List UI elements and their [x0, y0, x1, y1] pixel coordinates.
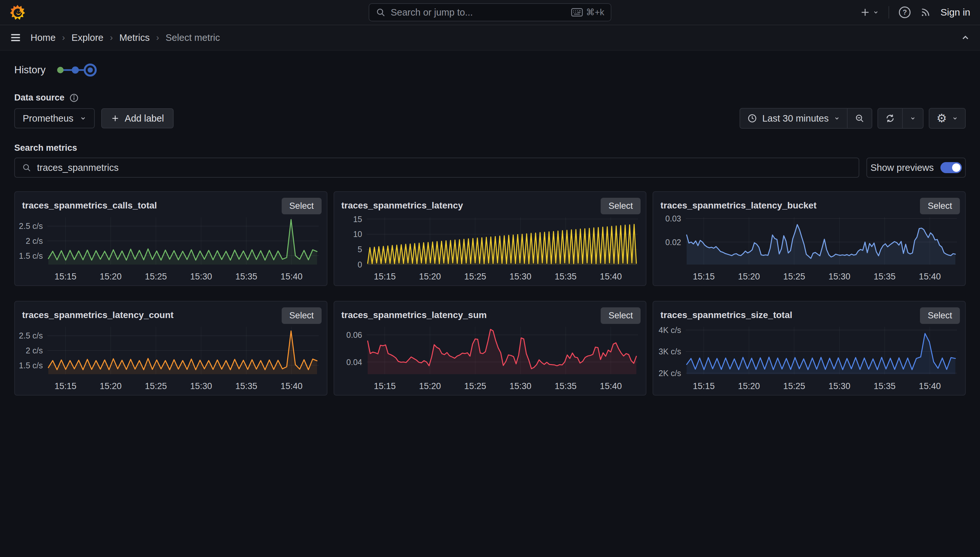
add-new-button[interactable]	[860, 7, 879, 18]
metric-panel-latency-count: traces_spanmetrics_latency_count Select …	[14, 301, 327, 396]
plus-icon	[860, 7, 870, 18]
svg-text:15:30: 15:30	[510, 381, 532, 391]
menu-hamburger-icon[interactable]	[10, 32, 21, 44]
svg-text:5: 5	[358, 245, 362, 254]
select-metric-button[interactable]: Select	[282, 198, 322, 214]
show-previews-control: Show previews	[866, 158, 966, 178]
toggle-knob	[952, 163, 960, 172]
svg-text:0.06: 0.06	[346, 331, 362, 339]
news-rss-icon[interactable]	[920, 7, 931, 18]
add-label-text: Add label	[125, 113, 164, 124]
history-step-mid	[72, 67, 79, 73]
show-previews-label: Show previews	[870, 163, 934, 173]
svg-text:2 c/s: 2 c/s	[26, 236, 43, 246]
add-label-button[interactable]: Add label	[101, 108, 174, 129]
breadcrumb-select-metric: Select metric	[165, 33, 220, 43]
svg-text:2.5 c/s: 2.5 c/s	[19, 331, 43, 340]
keyboard-icon	[571, 8, 583, 16]
svg-text:3K c/s: 3K c/s	[659, 347, 681, 356]
topbar-divider	[889, 6, 889, 18]
metric-panel-calls-total: traces_spanmetrics_calls_total Select 1.…	[14, 191, 327, 286]
svg-text:15:15: 15:15	[374, 272, 396, 282]
svg-text:15:30: 15:30	[828, 272, 851, 282]
svg-text:1.5 c/s: 1.5 c/s	[19, 251, 43, 261]
time-range-value: Last 30 minutes	[762, 113, 829, 124]
chevron-down-icon	[952, 116, 958, 121]
svg-text:15:15: 15:15	[374, 381, 396, 391]
grafana-logo[interactable]	[10, 5, 25, 20]
svg-text:15:25: 15:25	[145, 381, 167, 391]
data-source-picker[interactable]: Prometheus	[14, 108, 95, 129]
history-timeline[interactable]	[56, 62, 99, 78]
metric-preview-chart: 1.5 c/s2 c/s2.5 c/s15:1515:2015:2515:301…	[18, 324, 323, 394]
svg-text:15:20: 15:20	[419, 381, 441, 391]
plus-icon	[111, 114, 119, 122]
metric-panel-latency-sum: traces_spanmetrics_latency_sum Select 0.…	[333, 301, 647, 396]
svg-text:15:20: 15:20	[419, 272, 441, 282]
info-icon[interactable]	[69, 93, 79, 103]
svg-text:15:25: 15:25	[464, 381, 486, 391]
show-previews-toggle[interactable]	[941, 162, 962, 173]
breadcrumb-separator: ›	[62, 33, 65, 43]
help-icon[interactable]: ?	[899, 7, 911, 18]
chevron-down-icon	[873, 10, 879, 15]
global-search-input[interactable]: Search or jump to... ⌘+k	[369, 3, 611, 21]
svg-text:2 c/s: 2 c/s	[26, 346, 43, 355]
chevron-down-icon	[834, 116, 840, 121]
breadcrumb-metrics[interactable]: Metrics	[119, 33, 150, 43]
select-metric-button[interactable]: Select	[920, 307, 960, 324]
shortcut-label: ⌘+k	[586, 7, 604, 18]
svg-text:0.03: 0.03	[666, 215, 681, 223]
svg-text:15:30: 15:30	[190, 381, 212, 391]
metrics-search-input[interactable]: traces_spanmetrics	[14, 158, 859, 178]
zoom-out-button[interactable]	[847, 109, 872, 128]
refresh-interval-dropdown[interactable]	[902, 109, 923, 128]
select-metric-button[interactable]: Select	[282, 307, 322, 324]
svg-text:15:40: 15:40	[919, 272, 941, 282]
metric-preview-chart: 1.5 c/s2 c/s2.5 c/s15:1515:2015:2515:301…	[18, 215, 323, 284]
gear-icon: ⚙	[936, 112, 947, 124]
chevron-down-icon	[910, 116, 916, 121]
refresh-icon	[885, 114, 895, 123]
metric-panel-latency: traces_spanmetrics_latency Select 051015…	[333, 191, 647, 286]
svg-text:1.5 c/s: 1.5 c/s	[19, 361, 43, 370]
panel-title: traces_spanmetrics_latency	[341, 198, 463, 211]
history-label: History	[14, 64, 46, 76]
search-metrics-label: Search metrics	[14, 143, 966, 153]
select-metric-button[interactable]: Select	[601, 198, 640, 214]
history-step-start	[57, 67, 64, 73]
breadcrumb-home[interactable]: Home	[31, 33, 56, 43]
svg-text:0: 0	[358, 260, 362, 269]
breadcrumb-bar: Home › Explore › Metrics › Select metric	[0, 25, 980, 50]
breadcrumb-explore[interactable]: Explore	[71, 33, 103, 43]
svg-text:15:40: 15:40	[281, 381, 303, 391]
svg-text:15:35: 15:35	[235, 272, 257, 282]
metric-preview-chart: 0.040.0615:1515:2015:2515:3015:3515:40	[337, 324, 642, 394]
svg-text:15:35: 15:35	[874, 272, 896, 282]
svg-text:15:15: 15:15	[54, 272, 77, 282]
data-source-value: Prometheus	[23, 113, 74, 124]
collapse-chevron-up-icon[interactable]	[960, 33, 970, 42]
svg-text:15:25: 15:25	[783, 381, 805, 391]
panel-title: traces_spanmetrics_latency_bucket	[660, 198, 817, 211]
metric-preview-chart: 05101515:1515:2015:2515:3015:3515:40	[337, 215, 642, 284]
breadcrumb-separator: ›	[156, 33, 159, 43]
svg-text:15:40: 15:40	[281, 272, 303, 282]
sign-in-link[interactable]: Sign in	[941, 7, 970, 18]
select-metric-button[interactable]: Select	[601, 307, 640, 324]
select-metric-button[interactable]: Select	[920, 198, 960, 214]
refresh-button[interactable]	[878, 109, 902, 128]
time-range-picker[interactable]: Last 30 minutes	[740, 109, 847, 128]
svg-text:15:25: 15:25	[464, 272, 486, 282]
svg-text:15:20: 15:20	[100, 381, 122, 391]
svg-text:15:30: 15:30	[828, 381, 851, 391]
svg-text:15:15: 15:15	[693, 272, 715, 282]
svg-text:0.04: 0.04	[346, 358, 362, 367]
svg-text:15:40: 15:40	[600, 381, 622, 391]
data-source-label: Data source	[14, 93, 65, 103]
explore-metrics-page: History Data source Prometheus Add label	[0, 62, 980, 396]
settings-button[interactable]: ⚙	[929, 109, 965, 128]
svg-text:15:20: 15:20	[738, 381, 760, 391]
metric-preview-chart: 2K c/s3K c/s4K c/s15:1515:2015:2515:3015…	[656, 324, 961, 394]
history-step-current-dot	[88, 67, 93, 73]
